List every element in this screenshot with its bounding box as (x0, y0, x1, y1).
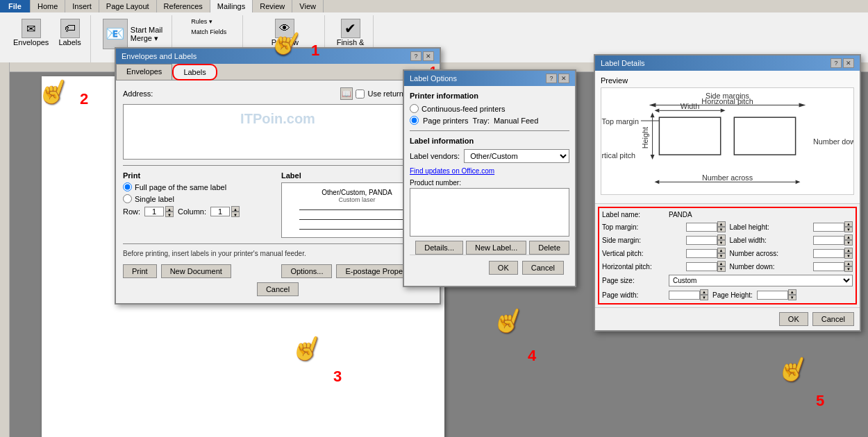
lo-close-button[interactable]: ✕ (558, 74, 569, 83)
tab-insert[interactable]: Insert (65, 0, 99, 12)
delete-button[interactable]: Delete (529, 241, 569, 255)
label-height-up[interactable]: ▲ (844, 221, 853, 227)
envelopes-tab[interactable]: Envelopes (116, 64, 172, 80)
svg-text:Number down: Number down (813, 137, 853, 146)
details-button[interactable]: Details... (415, 241, 463, 255)
ld-help-button[interactable]: ? (831, 58, 842, 68)
horizontal-pitch-down[interactable]: ▼ (717, 266, 726, 272)
continuous-feed-label: Continuous-feed printers (422, 105, 505, 113)
tab-home[interactable]: Home (31, 0, 65, 12)
page-printers-radio[interactable] (410, 116, 419, 125)
number-across-down[interactable]: ▼ (844, 253, 853, 259)
options-button[interactable]: Options... (281, 264, 332, 278)
top-margin-input[interactable]: 0,2 cm (686, 223, 717, 232)
top-margin-down[interactable]: ▼ (717, 227, 726, 232)
top-margin-label: Top margin: (602, 223, 638, 231)
print-label-section: Print Full page of the same label Single… (123, 171, 433, 238)
top-margin-up[interactable]: ▲ (717, 221, 726, 227)
preview-icon: 👁 (275, 19, 294, 38)
page-width-down[interactable]: ▼ (700, 295, 708, 300)
lo-help-button[interactable]: ? (546, 74, 557, 83)
side-margin-down[interactable]: ▼ (717, 240, 726, 246)
use-return-checkbox[interactable] (356, 89, 365, 98)
tab-view[interactable]: View (292, 0, 324, 12)
horizontal-pitch-input[interactable]: 6,4 cm (686, 262, 717, 271)
side-margin-up[interactable]: ▲ (717, 234, 726, 240)
vertical-pitch-input[interactable]: 3,3 cm (686, 249, 717, 258)
row-input[interactable]: 1 (144, 207, 164, 216)
env-help-button[interactable]: ? (410, 51, 422, 61)
vertical-pitch-up[interactable]: ▲ (717, 248, 726, 253)
svg-text:Width: Width (681, 102, 700, 110)
number-down-down[interactable]: ▼ (844, 266, 853, 272)
label-height-down[interactable]: ▼ (844, 227, 853, 232)
address-book-icon[interactable]: 📖 (340, 87, 353, 100)
col-spinner[interactable]: 1 ▲ ▼ (210, 206, 240, 217)
product-number-list[interactable] (410, 188, 569, 237)
number-across-up[interactable]: ▲ (844, 248, 853, 253)
row-spinner[interactable]: 1 ▲ ▼ (144, 206, 174, 217)
number-down-ctrl: 4 ▲ ▼ (813, 261, 853, 272)
tab-review[interactable]: Review (253, 0, 292, 12)
page-width-input[interactable]: 19,4 cm (669, 291, 700, 300)
page-height-down[interactable]: ▼ (788, 295, 796, 300)
svg-marker-3 (799, 103, 806, 108)
lo-cancel-button[interactable]: Cancel (522, 261, 564, 275)
labels-button[interactable]: 🏷 Labels (55, 17, 84, 49)
row-up[interactable]: ▲ (165, 206, 174, 212)
rules-button[interactable]: Rules ▾ (187, 17, 230, 26)
label-width-up[interactable]: ▲ (844, 234, 853, 240)
env-close-button[interactable]: ✕ (423, 51, 434, 61)
start-mail-merge-button[interactable]: 📧 Start MailMerge ▾ (99, 17, 166, 51)
ld-cancel-button[interactable]: Cancel (812, 312, 854, 326)
label-height-spinner: ▲ ▼ (844, 221, 853, 232)
envelopes-button[interactable]: ✉ Envelopes (10, 17, 52, 49)
tab-file[interactable]: File (0, 0, 31, 12)
svg-rect-18 (734, 117, 795, 155)
number-across-ctrl: 3 ▲ ▼ (813, 248, 853, 259)
page-size-select[interactable]: Custom (669, 275, 853, 286)
label-options-content: Printer information Continuous-feed prin… (404, 86, 575, 286)
horizontal-pitch-up[interactable]: ▲ (717, 261, 726, 266)
col-input[interactable]: 1 (210, 207, 230, 216)
print-button[interactable]: Print (123, 264, 157, 278)
full-page-label: Full page of the same label (135, 183, 226, 191)
label-height-input[interactable]: 3,2 cm (813, 223, 844, 232)
number-across-label: Number across: (730, 250, 779, 257)
lo-ok-button[interactable]: OK (489, 261, 518, 275)
tab-references[interactable]: References (157, 0, 210, 12)
ld-ok-button[interactable]: OK (779, 312, 808, 326)
continuous-feed-radio[interactable] (410, 104, 419, 113)
svg-marker-11 (721, 108, 726, 112)
label-width-input[interactable]: 6,3 cm (813, 236, 844, 245)
vertical-pitch-down[interactable]: ▼ (717, 253, 726, 259)
number-down-up[interactable]: ▲ (844, 261, 853, 266)
new-label-button[interactable]: New Label... (466, 241, 526, 255)
ld-close-button[interactable]: ✕ (843, 58, 854, 68)
col-down[interactable]: ▼ (231, 212, 240, 217)
labels-tab[interactable]: Labels (172, 64, 217, 80)
match-fields-button[interactable]: Match Fields (187, 27, 230, 37)
single-label-radio[interactable] (123, 194, 132, 203)
new-document-button[interactable]: New Document (161, 264, 231, 278)
full-page-radio[interactable] (123, 182, 132, 191)
vendor-dropdown[interactable]: Other/Custom (464, 149, 569, 163)
number-down-input[interactable]: 4 (813, 262, 844, 271)
col-up[interactable]: ▲ (231, 206, 240, 212)
tab-page-layout[interactable]: Page Layout (99, 0, 157, 12)
vertical-pitch-ctrl: 3,3 cm ▲ ▼ (686, 248, 726, 259)
find-updates-link[interactable]: Find updates on Office.com (410, 167, 569, 175)
page-height-input[interactable]: 13,6 cm (757, 291, 788, 300)
svg-rect-8 (659, 117, 720, 155)
label-width-down[interactable]: ▼ (844, 240, 853, 246)
page-width-up[interactable]: ▲ (700, 289, 708, 295)
label-options-dialog: Label Options ? ✕ Printer information Co… (403, 69, 576, 287)
env-tabs: Envelopes Labels 1 (116, 64, 440, 80)
page-height-up[interactable]: ▲ (788, 289, 796, 295)
side-margin-input[interactable]: 0,1 cm (686, 236, 717, 245)
print-note: Before printing, insert labels in your p… (123, 250, 433, 257)
tab-mailings[interactable]: Mailings (210, 0, 253, 12)
row-down[interactable]: ▼ (165, 212, 174, 217)
number-across-input[interactable]: 3 (813, 249, 844, 258)
env-cancel-button[interactable]: Cancel (257, 282, 299, 296)
